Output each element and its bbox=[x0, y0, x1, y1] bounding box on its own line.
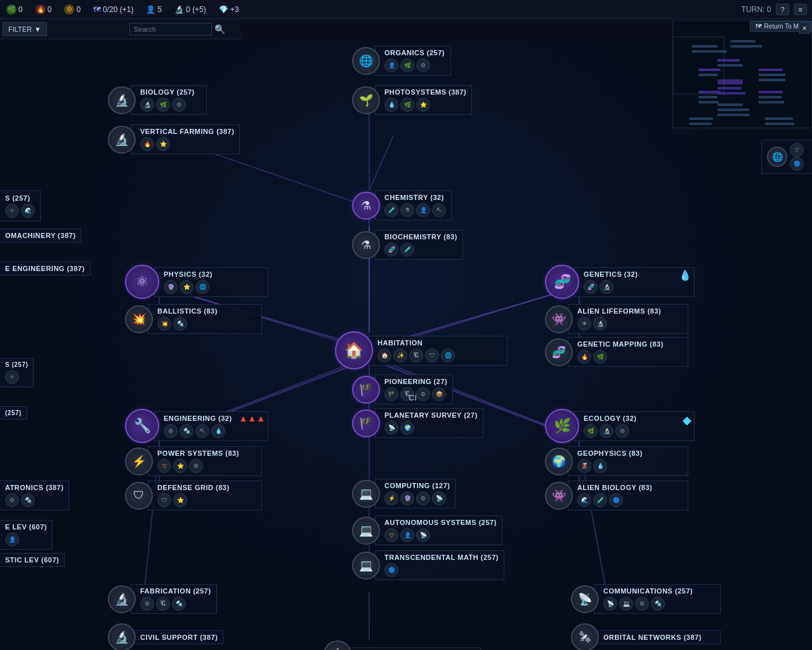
tech-node-biochemistry[interactable]: ⚗ BIOCHEMISTRY (83) 🧬 🧪 bbox=[352, 230, 463, 260]
tech-node-civil-support[interactable]: 🔬 CIVIL SUPPORT (387) bbox=[108, 623, 223, 650]
mini-icon: 🧬 bbox=[584, 280, 598, 294]
minimap-close-button[interactable]: ✕ bbox=[799, 22, 810, 34]
partial-node-3[interactable]: E ENGINEERING (387) bbox=[0, 262, 91, 275]
tech-node-physics[interactable]: ⚛ PHYSICS (32) 🔮 ⭐ 🌐 bbox=[125, 265, 268, 299]
tech-node-transcendental-math[interactable]: 💻 TRANSCENDENTAL MATH (257) 🔵 bbox=[352, 550, 504, 580]
tech-node-organics[interactable]: 🌐 ORGANICS (257) 👤 🌿 ⚙ bbox=[352, 46, 451, 76]
genetics-title: GENETICS (32) bbox=[584, 270, 689, 278]
tech-node-communications[interactable]: 📡 COMMUNICATIONS (257) 📡 💻 ⚙ 🔩 bbox=[571, 584, 721, 614]
mini-icon: ▽ bbox=[384, 528, 398, 542]
mini-icon: 🔵 bbox=[790, 157, 804, 171]
orbital-networks-title: ORBITAL NETWORKS (387) bbox=[603, 633, 715, 641]
orbital-networks-content: ORBITAL NETWORKS (387) bbox=[594, 630, 721, 644]
tech-node-ecology[interactable]: 🌿 ◆ ECOLOGY (32) 🌿 🔬 ⚙ bbox=[545, 409, 695, 443]
planetary-survey-content: PLANETARY SURVEY (27) 📡 🌍 bbox=[375, 408, 483, 438]
organics-content: ORGANICS (257) 👤 🌿 ⚙ bbox=[375, 46, 451, 76]
minimap: 🗺 Return To Map ✕ bbox=[672, 20, 812, 128]
mini-icon: 🌿 bbox=[593, 350, 607, 364]
mini-icon: 📡 bbox=[432, 491, 446, 505]
tech-node-defense-grid[interactable]: 🛡 DEFENSE GRID (83) 🛡 ⭐ bbox=[125, 481, 262, 510]
vertical-farming-icons: 🔥 ⭐ bbox=[140, 137, 234, 151]
tech-node-genetic-mapping[interactable]: 🧬 GENETIC MAPPING (83) 🔥 🌿 bbox=[545, 337, 688, 367]
biology-content: BIOLOGY (257) 🔬 🌿 ⚙ bbox=[131, 85, 207, 115]
autonomous-systems-icons: ▽ 👤 📡 bbox=[384, 528, 497, 542]
civil-support-icon: 🔬 bbox=[108, 623, 136, 650]
tech-node-photosystems[interactable]: 🌱 PHOTOSYSTEMS (387) 💧 🌿 ⭐ bbox=[352, 85, 472, 115]
power-systems-content: POWER SYSTEMS (83) ▽ ⭐ ⚙ bbox=[148, 446, 262, 476]
mini-icon: 💧 bbox=[384, 98, 398, 112]
tech-node-artificial-intelligence[interactable]: 🤖 ARTIFICIAL INTELLIGENCE (257) bbox=[324, 640, 481, 650]
partial-node-left-5[interactable]: (257) bbox=[0, 406, 27, 420]
communications-title: COMMUNICATIONS (257) bbox=[603, 587, 715, 595]
tech-node-pioneering[interactable]: 🏴 PIONEERING (27) 🏴 🏗 ⚙ 📦 bbox=[352, 375, 453, 404]
mini-icon: 🔮 bbox=[164, 280, 178, 294]
tech-node-biology[interactable]: 🔬 BIOLOGY (257) 🔬 🌿 ⚙ bbox=[108, 85, 207, 115]
tech-node-planetary-survey[interactable]: 🏴 PLANETARY SURVEY (27) 📡 🌍 bbox=[352, 408, 483, 438]
mini-icon: ⚙ bbox=[635, 597, 649, 611]
mini-icon: 📡 bbox=[416, 528, 430, 542]
turn-counter: TURN: 0 bbox=[742, 5, 771, 14]
tech-tree-canvas: S (257) ⚛ 🌊 OMACHINERY (387) E ENGINEERI… bbox=[0, 39, 812, 650]
mini-icon: ⭐ bbox=[173, 459, 187, 473]
filter-button[interactable]: FILTER ▼ bbox=[3, 22, 47, 36]
computing-title: COMPUTING (127) bbox=[384, 482, 450, 489]
organics-icon: 🌐 bbox=[352, 47, 380, 75]
chemistry-icons: 🧪 ⚗ 👤 ⛏ bbox=[384, 203, 446, 217]
genetics-content: 💧 GENETICS (32) 🧬 🔬 bbox=[574, 267, 695, 297]
tech-node-engineering[interactable]: 🔧 ▲▲▲ ENGINEERING (32) ⚙ 🔩 ⛏ 💧 bbox=[125, 409, 268, 443]
partial-node-4[interactable]: ATRONICS (387) ⚙ 🔩 bbox=[0, 481, 69, 510]
resource-population: 🗺 0/20 (+1) bbox=[87, 5, 140, 14]
tech-node-vertical-farming[interactable]: 🔬 VERTICAL FARMING (387) 🔥 ⭐ bbox=[108, 124, 240, 154]
mini-icon: 🔬 bbox=[593, 317, 607, 331]
tech-node-autonomous-systems[interactable]: 💻 AUTONOMOUS SYSTEMS (257) ▽ 👤 📡 bbox=[352, 515, 502, 545]
tech-node-alien-lifeforms[interactable]: 👾 ALIEN LIFEFORMS (83) 👁 🔬 bbox=[545, 304, 688, 334]
search-icon: 🔍 bbox=[214, 24, 225, 34]
tech-node-alien-biology[interactable]: 👾 ALIEN BIOLOGY (83) 🌊 🧪 🔵 bbox=[545, 481, 688, 510]
biochemistry-content: BIOCHEMISTRY (83) 🧬 🧪 bbox=[375, 230, 463, 260]
biology-icon: 🔬 bbox=[108, 86, 136, 114]
tech-node-chemistry[interactable]: ⚗ CHEMISTRY (32) 🧪 ⚗ 👤 ⛏ bbox=[352, 190, 452, 220]
alien-lifeforms-content: ALIEN LIFEFORMS (83) 👁 🔬 bbox=[568, 304, 688, 334]
tech-node-genetics[interactable]: 🧬 💧 GENETICS (32) 🧬 🔬 bbox=[545, 265, 695, 299]
partial-node-top-right[interactable]: 🌐 ▽ 🔵 bbox=[761, 140, 812, 174]
help-button[interactable]: ? bbox=[776, 4, 789, 15]
svg-rect-20 bbox=[717, 103, 743, 106]
organics-icons: 👤 🌿 ⚙ bbox=[384, 58, 445, 72]
svg-rect-18 bbox=[759, 96, 782, 98]
tech-node-fabrication[interactable]: 🔬 FABRICATION (257) ⚙ 🏗 🔩 bbox=[108, 584, 217, 614]
tech-node-geophysics[interactable]: 🌍 GEOPHYSICS (83) 🌋 💧 bbox=[545, 446, 688, 476]
communications-icon: 📡 bbox=[571, 585, 599, 613]
menu-button[interactable]: ≡ bbox=[794, 4, 807, 15]
mini-icon: ⭐ bbox=[173, 493, 187, 507]
svg-rect-5 bbox=[717, 64, 743, 67]
partial-node-3-title: E ENGINEERING (387) bbox=[5, 265, 85, 272]
tech-node-computing[interactable]: 💻 COMPUTING (127) ⚡ 🔮 ⚙ 📡 bbox=[352, 479, 455, 508]
mini-icon: 👁 bbox=[577, 317, 591, 331]
mini-icon: ⚗ bbox=[400, 203, 414, 217]
ecology-badge-icon: ◆ bbox=[683, 413, 691, 427]
production-icon: ⚙ bbox=[64, 4, 74, 15]
mini-icon: 🧪 bbox=[593, 493, 607, 507]
svg-rect-14 bbox=[698, 91, 721, 93]
filterbar: FILTER ▼ bbox=[0, 19, 127, 39]
partial-node-left-4[interactable]: S (257) ⚛ bbox=[0, 358, 34, 387]
partial-node-6[interactable]: STIC LEV (607) bbox=[0, 553, 65, 567]
partial-node-5[interactable]: E LEV (607) 👤 bbox=[0, 520, 53, 550]
search-input[interactable] bbox=[129, 23, 212, 36]
svg-rect-3 bbox=[692, 50, 727, 53]
mini-icon: 🌐 bbox=[195, 280, 209, 294]
partial-node-2[interactable]: OMACHINERY (387) bbox=[0, 229, 81, 242]
partial-node-1-icons: ⚛ 🌊 bbox=[5, 204, 35, 218]
resource-science: 🔬 0 (+5) bbox=[168, 5, 213, 14]
tech-node-habitation[interactable]: 🏠 HABITATION 🏠 ✨ 🏗 🛡 🌐 bbox=[335, 331, 508, 369]
partial-node-1[interactable]: S (257) ⚛ 🌊 bbox=[0, 190, 41, 222]
geophysics-icons: 🌋 💧 bbox=[577, 459, 683, 473]
mini-icon: 💧 bbox=[593, 459, 607, 473]
tech-node-ballistics[interactable]: 💥 BALLISTICS (83) 💥 🔩 bbox=[125, 304, 262, 334]
mini-icon: 🌿 bbox=[400, 58, 414, 72]
workers-icon: 👤 bbox=[146, 5, 155, 14]
mini-icon: ⚛ bbox=[5, 370, 19, 384]
tech-node-power-systems[interactable]: ⚡ POWER SYSTEMS (83) ▽ ⭐ ⚙ bbox=[125, 446, 262, 476]
tech-node-orbital-networks[interactable]: 🛰 ORBITAL NETWORKS (387) bbox=[571, 623, 721, 650]
food-value: 0 bbox=[18, 5, 23, 14]
